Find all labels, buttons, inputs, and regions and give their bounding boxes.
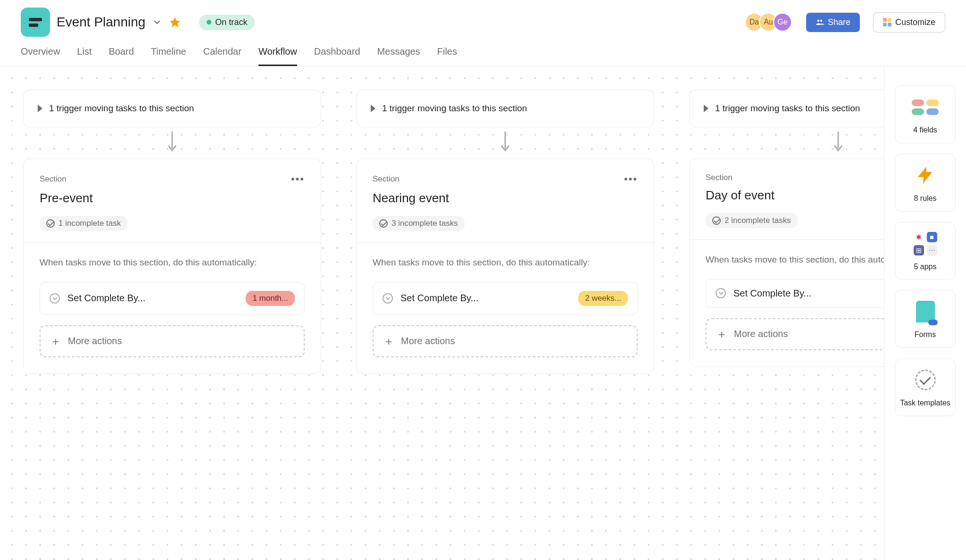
sidebar-forms[interactable]: Forms xyxy=(895,290,956,348)
section-label: Section xyxy=(40,174,67,184)
svg-point-1 xyxy=(820,20,823,22)
rule-value-pill: 1 month... xyxy=(246,291,295,306)
check-circle-icon xyxy=(379,219,388,228)
rule-circle-icon xyxy=(383,293,393,304)
sidebar-label: 4 fields xyxy=(913,125,937,135)
chevron-down-icon[interactable] xyxy=(152,17,162,27)
rule-circle-icon xyxy=(716,288,726,298)
more-actions-label: More actions xyxy=(734,329,788,339)
section-card: Section ••• Pre-event 1 incomplete task … xyxy=(24,159,321,373)
trigger-box[interactable]: 1 trigger moving tasks to this section xyxy=(690,90,884,127)
rule-row[interactable]: Set Complete By... 2 weeks... xyxy=(373,282,638,315)
sidebar-task-templates[interactable]: Task templates xyxy=(895,358,956,416)
task-template-icon xyxy=(915,370,936,390)
rule-row[interactable]: Set Complete By... 1 month... xyxy=(40,282,305,315)
arrow-down-icon xyxy=(167,132,178,154)
rule-value-pill: 2 weeks... xyxy=(578,291,628,306)
section-title: Pre-event xyxy=(40,191,305,206)
section-label: Section xyxy=(373,174,400,184)
incomplete-pill[interactable]: 1 incomplete task xyxy=(40,216,127,231)
trigger-box[interactable]: 1 trigger moving tasks to this section xyxy=(357,90,654,127)
section-card: Section ••• Nearing event 3 incomplete t… xyxy=(357,159,654,373)
sidebar-label: 5 apps xyxy=(914,262,936,272)
share-label: Share xyxy=(828,17,850,27)
check-circle-icon xyxy=(712,216,721,225)
plus-icon: ＋ xyxy=(383,336,394,347)
rule-label: Set Complete By... xyxy=(67,293,238,304)
tab-timeline[interactable]: Timeline xyxy=(151,46,186,66)
more-actions-button[interactable]: ＋ More actions xyxy=(40,325,305,357)
check-circle-icon xyxy=(46,219,55,228)
avatar-stack[interactable]: Da Au Ge xyxy=(745,13,792,32)
triangle-right-icon xyxy=(38,105,42,112)
customize-label: Customize xyxy=(895,17,935,27)
section-card: Section Day of event 2 incomplete tasks … xyxy=(690,159,884,366)
plus-icon: ＋ xyxy=(716,329,727,340)
trigger-text: 1 trigger moving tasks to this section xyxy=(49,103,194,114)
more-actions-button[interactable]: ＋ More actions xyxy=(706,318,884,350)
forms-icon xyxy=(916,301,935,322)
svg-point-0 xyxy=(817,20,820,22)
header: Event Planning On track Da Au Ge Share C… xyxy=(0,0,966,37)
more-actions-label: More actions xyxy=(68,336,122,346)
share-button[interactable]: Share xyxy=(806,13,860,32)
section-title: Day of event xyxy=(706,188,884,203)
arrow-down-icon xyxy=(833,132,844,154)
section-title: Nearing event xyxy=(373,191,638,206)
tab-messages[interactable]: Messages xyxy=(377,46,420,66)
rule-circle-icon xyxy=(50,293,60,304)
sidebar-label: 8 rules xyxy=(914,194,936,204)
tab-files[interactable]: Files xyxy=(437,46,457,66)
status-pill[interactable]: On track xyxy=(199,15,255,30)
tab-overview[interactable]: Overview xyxy=(21,46,60,66)
workflow-canvas[interactable]: 1 trigger moving tasks to this section S… xyxy=(0,66,884,560)
automation-heading: When tasks move to this section, do this… xyxy=(40,256,305,270)
trigger-text: 1 trigger moving tasks to this section xyxy=(382,103,527,114)
right-sidebar: 4 fields 8 rules ✱ ■ ⊞ ⋯ 5 apps xyxy=(884,66,966,560)
rule-label: Set Complete By... xyxy=(733,288,884,299)
tab-list[interactable]: List xyxy=(77,46,92,66)
tab-calendar[interactable]: Calendar xyxy=(203,46,242,66)
tab-board[interactable]: Board xyxy=(108,46,133,66)
project-icon xyxy=(21,8,50,37)
sidebar-label: Task templates xyxy=(900,398,950,408)
avatar: Ge xyxy=(773,13,792,32)
triangle-right-icon xyxy=(704,105,708,112)
status-text: On track xyxy=(215,17,247,27)
more-icon[interactable]: ••• xyxy=(291,173,305,185)
rule-label: Set Complete By... xyxy=(400,293,571,304)
section-label: Section xyxy=(706,173,733,182)
incomplete-count: 2 incomplete tasks xyxy=(724,216,791,225)
customize-button[interactable]: Customize xyxy=(873,12,945,33)
arrow-down-icon xyxy=(500,132,511,154)
apps-icon: ✱ ■ ⊞ ⋯ xyxy=(914,232,937,255)
more-actions-button[interactable]: ＋ More actions xyxy=(373,325,638,357)
sidebar-label: Forms xyxy=(915,330,936,340)
tabs: Overview List Board Timeline Calendar Wo… xyxy=(0,37,966,66)
project-title: Event Planning xyxy=(57,15,145,30)
more-actions-label: More actions xyxy=(401,336,455,346)
sidebar-fields[interactable]: 4 fields xyxy=(895,85,956,143)
incomplete-count: 3 incomplete tasks xyxy=(391,219,458,228)
incomplete-pill[interactable]: 2 incomplete tasks xyxy=(706,213,798,228)
triangle-right-icon xyxy=(371,105,375,112)
tab-workflow[interactable]: Workflow xyxy=(258,46,297,66)
tab-dashboard[interactable]: Dashboard xyxy=(314,46,360,66)
trigger-text: 1 trigger moving tasks to this section xyxy=(715,103,860,114)
sidebar-apps[interactable]: ✱ ■ ⊞ ⋯ 5 apps xyxy=(895,222,956,280)
workflow-column: 1 trigger moving tasks to this section S… xyxy=(24,90,321,536)
automation-heading: When tasks move to this section, do this… xyxy=(373,256,638,270)
rule-row[interactable]: Set Complete By... xyxy=(706,279,884,308)
workflow-column: 1 trigger moving tasks to this section S… xyxy=(357,90,654,536)
sidebar-rules[interactable]: 8 rules xyxy=(895,154,956,212)
people-icon xyxy=(816,18,824,26)
plus-icon: ＋ xyxy=(50,336,61,347)
trigger-box[interactable]: 1 trigger moving tasks to this section xyxy=(24,90,321,127)
bolt-icon xyxy=(915,162,936,189)
fields-icon xyxy=(912,99,939,115)
star-icon[interactable] xyxy=(169,16,181,28)
customize-icon xyxy=(883,18,891,26)
incomplete-pill[interactable]: 3 incomplete tasks xyxy=(373,216,465,231)
workflow-column: 1 trigger moving tasks to this section S… xyxy=(690,90,884,536)
more-icon[interactable]: ••• xyxy=(624,173,638,185)
